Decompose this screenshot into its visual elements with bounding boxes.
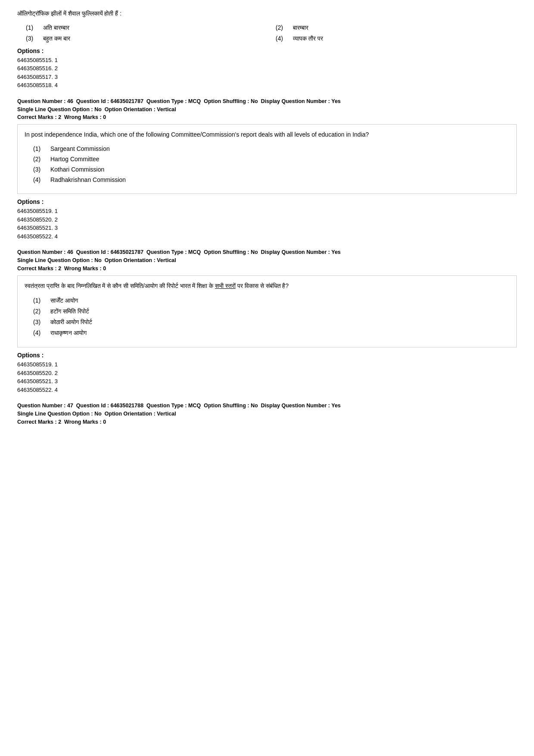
option-id-row: 64635085522. 4 [17, 232, 517, 241]
options-grid: (1) अति बारम्बार (2) बारम्बार (3) बहुत क… [26, 23, 517, 43]
question-text-hindi: ऑलिगोट्रॉफिक झीलों में शैवाल फुल्लिकायें… [17, 9, 517, 19]
list-item: (1) सार्जेंट आयोग [33, 295, 509, 306]
option-text: हटोंग समिति रिपोर्ट [50, 308, 89, 315]
option-id-list: 64635085519. 1 64635085520. 2 6463508552… [17, 207, 517, 241]
marks-line: Correct Marks : 2 Wrong Marks : 0 [17, 265, 517, 273]
question-container: In post independence India, which one of… [17, 124, 517, 194]
option-number: (2) [276, 24, 289, 31]
option-id-row: 64635085517. 3 [17, 73, 517, 81]
option-number: (4) [33, 176, 46, 183]
options-vertical: (1) Sargeant Commission (2) Hartog Commi… [33, 144, 509, 185]
list-item: (3) बहुत कम बार [26, 34, 267, 43]
option-text: Hartog Committee [50, 156, 99, 162]
meta-block-q47: Question Number : 47 Question Id : 64635… [17, 402, 517, 426]
meta-line-1: Question Number : 47 Question Id : 64635… [17, 402, 517, 410]
options-section: Options : 64635085519. 1 64635085520. 2 … [17, 198, 517, 241]
question-text-hindi: स्वतंत्रता प्राप्ति के बाद निम्नलिखित मे… [25, 281, 509, 291]
question-block-q46-english: In post independence India, which one of… [17, 124, 517, 241]
option-text: व्यापक तौर पर [293, 35, 323, 42]
option-number: (2) [33, 156, 46, 162]
question-text-english: In post independence India, which one of… [25, 130, 509, 139]
option-text: सार्जेंट आयोग [50, 297, 78, 304]
list-item: (4) व्यापक तौर पर [276, 34, 517, 43]
meta-line-2: Single Line Question Option : No Option … [17, 410, 517, 418]
option-id-row: 64635085518. 4 [17, 81, 517, 90]
question-block-q45-hindi: ऑलिगोट्रॉफिक झीलों में शैवाल फुल्लिकायें… [17, 9, 517, 90]
meta-line-1: Question Number : 46 Question Id : 64635… [17, 97, 517, 106]
option-number: (2) [33, 308, 46, 315]
option-id-row: 64635085516. 2 [17, 64, 517, 73]
option-text: अति बारम्बार [43, 24, 69, 31]
meta-line-2: Single Line Question Option : No Option … [17, 106, 517, 114]
question-container-hindi: स्वतंत्रता प्राप्ति के बाद निम्नलिखित मे… [17, 275, 517, 348]
option-text: बहुत कम बार [43, 35, 70, 42]
option-number: (1) [33, 297, 46, 304]
list-item: (3) कोठारी आयोग रिपोर्ट [33, 317, 509, 328]
list-item: (1) अति बारम्बार [26, 23, 267, 32]
option-text: राधाकृष्णन आयोग [50, 329, 87, 337]
option-id-row: 64635085519. 1 [17, 360, 517, 369]
option-text: Sargeant Commission [50, 145, 110, 152]
option-id-row: 64635085521. 3 [17, 224, 517, 232]
question-block-q46-hindi: स्वतंत्रता प्राप्ति के बाद निम्नलिखित मे… [17, 275, 517, 394]
option-id-row: 64635085515. 1 [17, 56, 517, 65]
list-item: (3) Kothari Commission [33, 164, 509, 175]
option-number: (3) [33, 319, 46, 326]
marks-line: Correct Marks : 2 Wrong Marks : 0 [17, 113, 517, 122]
option-number: (3) [33, 166, 46, 173]
options-label: Options : [17, 352, 517, 359]
option-number: (3) [26, 35, 39, 42]
option-id-row: 64635085522. 4 [17, 386, 517, 394]
options-section: Options : 64635085515. 1 64635085516. 2 … [17, 47, 517, 90]
marks-line: Correct Marks : 2 Wrong Marks : 0 [17, 418, 517, 426]
option-text: Kothari Commission [50, 166, 104, 173]
list-item: (4) राधाकृष्णन आयोग [33, 328, 509, 338]
meta-line-1: Question Number : 46 Question Id : 64635… [17, 248, 517, 256]
list-item: (1) Sargeant Commission [33, 144, 509, 154]
option-number: (4) [33, 329, 46, 337]
option-number: (1) [33, 145, 46, 152]
options-label: Options : [17, 47, 517, 54]
meta-block-q46-1: Question Number : 46 Question Id : 64635… [17, 97, 517, 122]
option-id-list-hindi: 64635085519. 1 64635085520. 2 6463508552… [17, 360, 517, 394]
options-vertical-hindi: (1) सार्जेंट आयोग (2) हटोंग समिति रिपोर्… [33, 295, 509, 338]
option-number: (4) [276, 35, 289, 42]
option-id-row: 64635085521. 3 [17, 377, 517, 386]
option-id-row: 64635085520. 2 [17, 369, 517, 378]
options-section-hindi: Options : 64635085519. 1 64635085520. 2 … [17, 352, 517, 394]
option-text: कोठारी आयोग रिपोर्ट [50, 319, 92, 326]
list-item: (4) Radhakrishnan Commission [33, 175, 509, 185]
option-id-list: 64635085515. 1 64635085516. 2 6463508551… [17, 56, 517, 90]
list-item: (2) हटोंग समिति रिपोर्ट [33, 306, 509, 317]
options-label: Options : [17, 198, 517, 205]
option-number: (1) [26, 24, 39, 31]
option-id-row: 64635085519. 1 [17, 207, 517, 216]
option-text: बारम्बार [293, 24, 308, 31]
option-text: Radhakrishnan Commission [50, 176, 126, 183]
list-item: (2) Hartog Committee [33, 154, 509, 164]
meta-line-2: Single Line Question Option : No Option … [17, 256, 517, 265]
option-id-row: 64635085520. 2 [17, 216, 517, 224]
list-item: (2) बारम्बार [276, 23, 517, 32]
meta-block-q46-2: Question Number : 46 Question Id : 64635… [17, 248, 517, 272]
